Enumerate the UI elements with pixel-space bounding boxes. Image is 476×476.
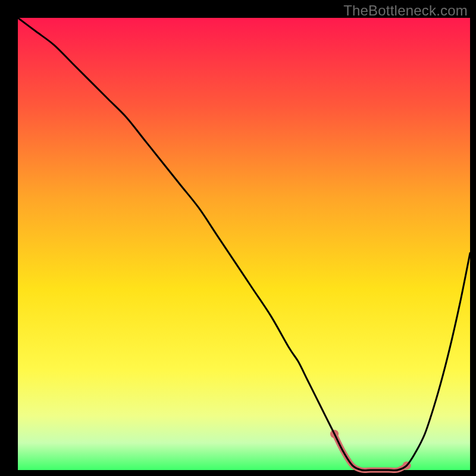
chart-stage: TheBottleneck.com [0,0,476,476]
plot-background [18,18,470,470]
watermark-text: TheBottleneck.com [343,2,468,19]
chart-svg [0,0,476,476]
